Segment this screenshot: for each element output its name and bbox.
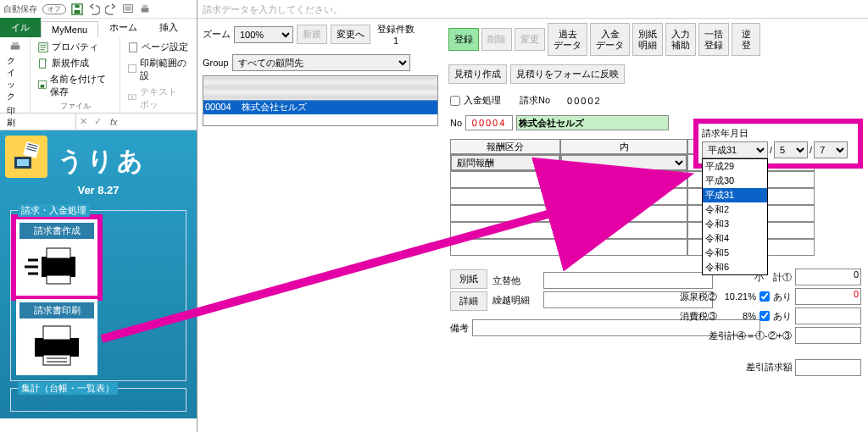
era-dropdown-list[interactable]: 平成29 平成30 平成31 令和2 令和3 令和4 令和5 令和6 (702, 158, 768, 275)
svg-rect-10 (40, 58, 46, 68)
fieldset-shukei: 集計（台帳・一覧表） (10, 388, 186, 412)
bessi-button[interactable]: 別紙 明細 (632, 23, 663, 56)
era-option[interactable]: 令和6 (703, 260, 767, 274)
hoshu-combo-1[interactable]: 顧問報酬 (450, 154, 560, 171)
sashihiki-value (795, 327, 861, 344)
table-cell[interactable] (450, 239, 560, 256)
past-data-button[interactable]: 過去 データ (548, 23, 587, 56)
printer-icon-large (23, 321, 91, 368)
svg-rect-2 (75, 4, 79, 8)
enter-icon[interactable]: ✓ (91, 116, 105, 127)
ribbon-pagesetup[interactable]: ページ設定 (125, 39, 190, 55)
saveas-icon (37, 80, 47, 91)
delete-button[interactable]: 削除 (481, 28, 512, 51)
gensen-check[interactable] (760, 291, 770, 302)
batch-reg-button[interactable]: 一括 登録 (698, 23, 729, 56)
list-row-name: 株式会社セルズ (242, 102, 307, 112)
save-icon[interactable] (71, 3, 83, 15)
shohi-check[interactable] (760, 311, 770, 321)
print-preview-icon[interactable] (122, 3, 134, 15)
table-cell[interactable] (450, 222, 560, 239)
change-button[interactable]: 変更 (515, 28, 545, 51)
title-bar: 自動保存 オフ (0, 0, 197, 19)
table-cell[interactable] (560, 239, 687, 256)
deposit-proc-checkbox[interactable] (450, 96, 460, 106)
svg-rect-4 (125, 6, 131, 10)
list-row-selected[interactable]: 00004 株式会社セルズ (203, 100, 437, 114)
seikyu-no-value: 00002 (567, 96, 602, 106)
printarea-icon (127, 64, 137, 75)
estimate-create-button[interactable]: 見積り作成 (448, 64, 507, 84)
era-option[interactable]: 令和3 (703, 217, 767, 231)
day-combo[interactable]: 7 (814, 141, 848, 158)
era-option[interactable]: 平成29 (703, 159, 767, 174)
shohi-ari: あり (773, 310, 792, 323)
no-field[interactable] (465, 115, 513, 130)
textbox-label: テキスト ボッ (140, 86, 188, 111)
naiyou-combo-1[interactable] (560, 154, 687, 171)
deposit-data-button[interactable]: 入金 データ (590, 23, 630, 56)
company-field (516, 115, 669, 130)
quick-print-group[interactable]: クイック 印刷 (5, 39, 25, 130)
register-button[interactable]: 登録 (448, 28, 479, 51)
tab-home[interactable]: ホーム (98, 18, 148, 37)
svg-rect-20 (42, 257, 75, 277)
saveas-label: 名前を付けて保存 (50, 73, 113, 98)
card-invoice-print-label: 請求書印刷 (19, 302, 94, 318)
new-button[interactable]: 新規 (297, 25, 327, 44)
tab-mymenu[interactable]: MyMenu (41, 21, 98, 37)
shosai-button[interactable]: 詳細 (450, 291, 487, 311)
era-combo[interactable]: 平成31 (702, 141, 768, 158)
quick-print-icon[interactable] (139, 3, 151, 15)
group-combo[interactable]: すべての顧問先 (232, 54, 410, 71)
change-to-button[interactable]: 変更へ (331, 25, 370, 44)
input-aux-button[interactable]: 入力 補助 (665, 23, 696, 56)
shokei-value: 0 (795, 269, 861, 285)
cancel-icon[interactable]: ✕ (76, 116, 91, 127)
bessi2-button[interactable]: 別紙 (450, 269, 487, 289)
seikyu-no-label: 請求No (520, 94, 550, 107)
new-doc-icon (37, 58, 49, 69)
card-invoice-create-label: 請求書作成 (19, 223, 94, 239)
ribbon-printarea[interactable]: 印刷範囲の設 (125, 55, 190, 84)
undo-icon[interactable] (88, 3, 100, 15)
estimate-reflect-button[interactable]: 見積りをフォームに反映 (510, 64, 625, 84)
ribbon-saveas[interactable]: 名前を付けて保存 (36, 71, 114, 100)
table-cell[interactable] (450, 205, 560, 222)
svg-rect-6 (142, 4, 147, 8)
svg-rect-21 (47, 248, 70, 258)
autosave-toggle[interactable]: オフ (42, 4, 66, 14)
table-cell[interactable] (560, 222, 687, 239)
card-invoice-print[interactable]: 請求書印刷 (16, 299, 97, 375)
ribbon-textbox[interactable]: A テキスト ボッ (125, 84, 190, 113)
table-cell[interactable] (450, 171, 560, 188)
svg-text:A: A (131, 95, 134, 100)
tab-insert[interactable]: 挿入 (148, 18, 189, 37)
reverse-button[interactable]: 逆 登 (732, 23, 760, 56)
textbox-icon: A (127, 92, 137, 104)
quick-label: クイック (7, 55, 23, 102)
ribbon-properties[interactable]: プロパティ (36, 39, 114, 55)
month-combo[interactable]: 5 (774, 141, 808, 158)
printer-fast-icon (23, 241, 91, 289)
tab-file[interactable]: イル (0, 18, 41, 37)
svg-rect-5 (142, 8, 149, 12)
era-option[interactable]: 令和5 (703, 246, 767, 260)
era-option[interactable]: 令和4 (703, 231, 767, 246)
table-cell[interactable] (560, 171, 687, 188)
new-label: 新規作成 (52, 57, 89, 69)
ribbon-new[interactable]: 新規作成 (36, 55, 114, 71)
table-cell[interactable] (450, 188, 560, 205)
zoom-combo[interactable]: 100% (234, 26, 293, 43)
era-option[interactable]: 平成31 (703, 188, 767, 202)
fieldset-seikyu: 請求・入金処理 請求書作成 請求書印刷 (10, 210, 186, 381)
table-cell[interactable] (560, 188, 687, 205)
client-list[interactable]: 00004 株式会社セルズ (203, 75, 438, 126)
card-invoice-create[interactable]: 請求書作成 (16, 219, 97, 296)
era-option[interactable]: 平成30 (703, 174, 767, 188)
table-cell[interactable] (560, 205, 687, 222)
list-row-blurred (203, 76, 437, 100)
redo-icon[interactable] (105, 3, 117, 15)
era-option[interactable]: 令和2 (703, 202, 767, 217)
fx-icon[interactable]: fx (105, 117, 123, 127)
